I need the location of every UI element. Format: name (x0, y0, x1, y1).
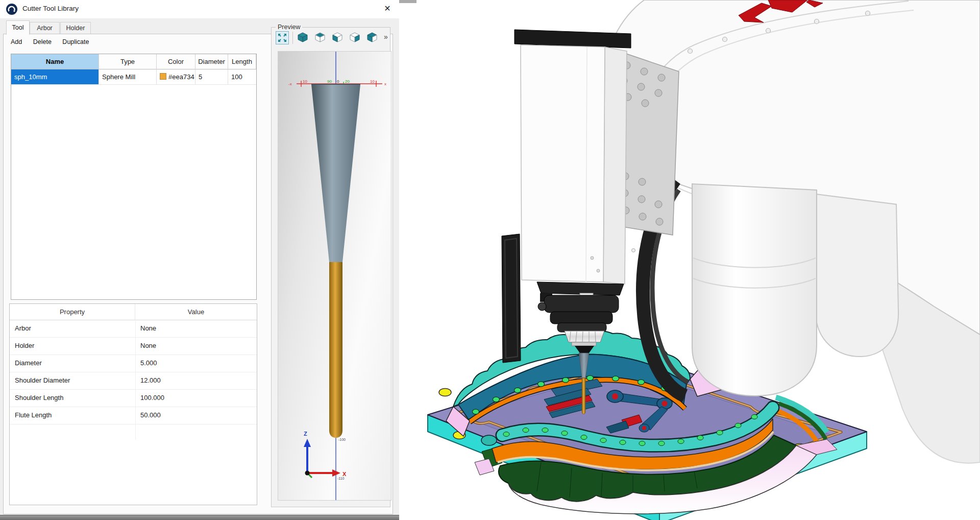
duplicate-button[interactable]: Duplicate (62, 38, 89, 45)
tool-preview-render: -x 10 90 0 20 10 x (278, 52, 391, 500)
tool-table-header: Name Type Color Diameter Length (11, 54, 256, 69)
iso-view-cube-icon[interactable] (297, 31, 310, 44)
delete-button[interactable]: Delete (33, 38, 52, 45)
spindle-motor (537, 282, 624, 332)
add-button[interactable]: Add (11, 38, 22, 45)
svg-text:20: 20 (345, 79, 350, 84)
preview-groupbox: Preview (271, 23, 390, 507)
app-logo-icon (6, 3, 18, 15)
axis-end-label: -110 (337, 477, 345, 480)
cell-tool-length: 100 (228, 69, 256, 85)
window-title: Cutter Tool Library (22, 5, 79, 12)
top-view-cube-icon[interactable] (314, 31, 327, 44)
tip-coordinate-label: -100 (338, 438, 346, 441)
property-grid: Property Value ArborNone HolderNone Diam… (9, 303, 257, 505)
tab-holder[interactable]: Holder (60, 22, 91, 34)
property-grid-header: Property Value (10, 304, 257, 320)
tab-arbor[interactable]: Arbor (30, 22, 60, 34)
tab-tool[interactable]: Tool (6, 20, 30, 35)
property-row-holder[interactable]: HolderNone (10, 337, 257, 355)
svg-text:-x: -x (288, 82, 292, 86)
table-row-selected[interactable]: sph_10mm Sphere Mill #eea734 5 100 (11, 69, 256, 85)
property-row-diameter[interactable]: Diameter5.000 (10, 354, 257, 372)
cutting-tool-flute (582, 378, 585, 414)
column-header-length: Length (228, 54, 256, 69)
svg-text:Z: Z (304, 431, 307, 437)
window-bottom-edge (0, 515, 418, 520)
machining-3d-viewport[interactable] (399, 0, 980, 520)
right-view-cube-icon[interactable] (349, 31, 362, 44)
robot-wrist-rear-cylinder (816, 194, 898, 357)
preview-toolbar: » (276, 31, 388, 46)
column-header-value: Value (135, 304, 257, 320)
property-row-flute-length[interactable]: Flute Length50.000 (10, 407, 257, 424)
column-header-property: Property (10, 304, 135, 320)
color-swatch (160, 73, 166, 80)
svg-text:90: 90 (327, 79, 332, 84)
property-row-shoulder-length[interactable]: Shoulder Length100.000 (10, 389, 257, 407)
column-header-name: Name (11, 54, 99, 69)
preview-label: Preview (276, 23, 302, 31)
tool-preview-viewport[interactable]: -x 10 90 0 20 10 x (278, 51, 391, 501)
tool-list-table: Name Type Color Diameter Length sph_10mm… (11, 54, 257, 300)
property-row-shoulder-diameter[interactable]: Shoulder Diameter12.000 (10, 372, 257, 390)
cell-tool-diameter: 5 (195, 69, 228, 85)
spindle-housing (521, 45, 605, 282)
cell-tool-name: sph_10mm (11, 69, 99, 85)
column-header-diameter: Diameter (195, 54, 228, 69)
application-root: Cutter Tool Library ✕ Tool Arbor Holder … (0, 0, 980, 520)
cutter-tool-library-window: Cutter Tool Library ✕ Tool Arbor Holder … (0, 0, 400, 515)
svg-text:10: 10 (303, 79, 307, 84)
svg-text:X: X (342, 471, 347, 477)
back-view-cube-icon[interactable] (366, 31, 379, 44)
tool-3d-model (311, 84, 360, 438)
robot-wrist-cylinder (692, 184, 817, 396)
robot-milling-scene (399, 0, 980, 520)
column-header-color: Color (157, 54, 195, 69)
svg-text:x: x (384, 82, 386, 86)
property-row-arbor[interactable]: ArborNone (10, 320, 257, 338)
tool-tab-page: Add Delete Duplicate Name Type Color Dia… (3, 34, 393, 514)
svg-text:0: 0 (337, 79, 339, 84)
svg-text:10: 10 (370, 79, 375, 84)
fit-view-icon[interactable] (276, 31, 289, 44)
toolbar-overflow-chevron[interactable]: » (384, 33, 388, 41)
close-icon[interactable]: ✕ (381, 2, 394, 15)
cell-tool-type: Sphere Mill (99, 69, 157, 85)
front-view-cube-icon[interactable] (331, 31, 345, 44)
cell-tool-color: #eea734 (157, 69, 195, 85)
viewport-corner-tab (399, 0, 416, 3)
title-bar[interactable]: Cutter Tool Library ✕ (0, 0, 399, 18)
tool-menu-bar: Add Delete Duplicate (11, 38, 98, 49)
column-header-type: Type (99, 54, 157, 69)
toolbar-separator (292, 32, 293, 44)
